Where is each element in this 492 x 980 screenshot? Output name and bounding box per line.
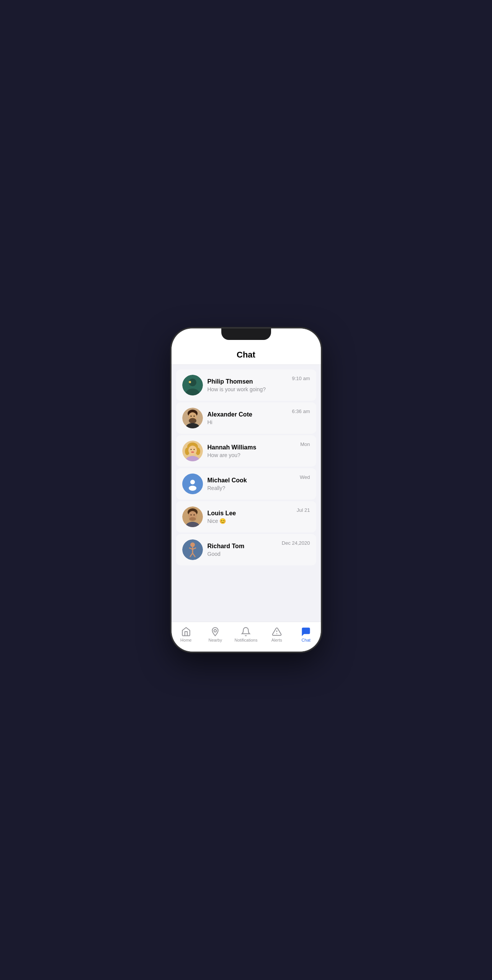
- nav-label-notifications: Notifications: [235, 638, 258, 642]
- chat-content-michael: Michael Cook Really?: [208, 477, 296, 491]
- phone-screen: Chat Philip Thomsen How is your work goi…: [172, 328, 321, 652]
- svg-point-26: [189, 517, 196, 521]
- svg-point-28: [193, 514, 195, 516]
- chat-preview-philip: How is your work going?: [208, 386, 288, 392]
- chat-name-alexander: Alexander Cote: [208, 411, 288, 418]
- chat-content-alexander: Alexander Cote Hi: [208, 411, 288, 425]
- chat-content-richard: Richard Tom Good: [208, 543, 277, 557]
- chat-time-philip: 9:10 am: [292, 376, 310, 381]
- bottom-nav: Home Nearby Notificati: [172, 622, 321, 652]
- location-icon: [210, 627, 220, 637]
- chat-name-hannah: Hannah Williams: [208, 444, 296, 451]
- nav-item-nearby[interactable]: Nearby: [201, 625, 230, 644]
- avatar-richard: [182, 539, 203, 560]
- chat-list: Philip Thomsen How is your work going? 9…: [172, 365, 321, 622]
- chat-item-richard[interactable]: Richard Tom Good Dec 24,2020: [176, 534, 316, 565]
- avatar-philip: [182, 375, 203, 395]
- chat-icon: [301, 627, 311, 637]
- chat-time-richard: Dec 24,2020: [282, 540, 310, 546]
- app-header: Chat: [172, 345, 321, 365]
- chat-item-louis[interactable]: Louis Lee Nice 😊 Jul 21: [176, 501, 316, 532]
- chat-name-richard: Richard Tom: [208, 543, 277, 550]
- svg-point-8: [190, 416, 191, 417]
- avatar-hannah: [182, 441, 203, 461]
- chat-content-philip: Philip Thomsen How is your work going?: [208, 378, 288, 392]
- chat-preview-louis: Nice 😊: [208, 518, 292, 524]
- chat-time-hannah: Mon: [300, 441, 310, 447]
- chat-name-philip: Philip Thomsen: [208, 378, 288, 385]
- phone-frame: Chat Philip Thomsen How is your work goi…: [172, 328, 321, 652]
- avatar-louis: [182, 506, 203, 527]
- chat-time-louis: Jul 21: [297, 507, 310, 513]
- svg-point-15: [188, 446, 197, 455]
- chat-name-louis: Louis Lee: [208, 510, 292, 517]
- svg-point-17: [193, 449, 195, 450]
- svg-point-7: [189, 418, 196, 423]
- notch: [221, 328, 271, 340]
- chat-content-louis: Louis Lee Nice 😊: [208, 510, 292, 524]
- avatar-michael: [182, 474, 203, 494]
- bell-icon: [241, 627, 251, 637]
- chat-item-philip[interactable]: Philip Thomsen How is your work going? 9…: [176, 369, 316, 401]
- alert-triangle-icon: [272, 627, 282, 637]
- chat-item-hannah[interactable]: Hannah Williams How are you? Mon: [176, 435, 316, 467]
- chat-name-michael: Michael Cook: [208, 477, 296, 484]
- svg-point-9: [193, 416, 195, 417]
- svg-point-3: [189, 381, 191, 383]
- chat-item-michael[interactable]: Michael Cook Really? Wed: [176, 468, 316, 500]
- nav-item-home[interactable]: Home: [172, 625, 201, 644]
- svg-point-18: [191, 451, 194, 453]
- nav-item-alerts[interactable]: Alerts: [262, 625, 291, 644]
- page-title: Chat: [179, 350, 313, 360]
- svg-point-31: [190, 542, 195, 547]
- nav-label-home: Home: [180, 638, 191, 642]
- chat-time-michael: Wed: [300, 474, 310, 480]
- svg-point-37: [214, 630, 217, 632]
- chat-preview-michael: Really?: [208, 485, 296, 491]
- nav-item-notifications[interactable]: Notifications: [230, 625, 262, 644]
- chat-preview-richard: Good: [208, 551, 277, 557]
- chat-content-hannah: Hannah Williams How are you?: [208, 444, 296, 458]
- svg-point-27: [190, 514, 191, 516]
- chat-preview-hannah: How are you?: [208, 452, 296, 458]
- avatar-alexander: [182, 408, 203, 428]
- svg-point-22: [189, 486, 196, 491]
- nav-label-alerts: Alerts: [271, 638, 282, 642]
- chat-preview-alexander: Hi: [208, 419, 288, 425]
- svg-point-16: [190, 449, 191, 450]
- nav-item-chat[interactable]: Chat: [291, 625, 321, 644]
- nav-label-nearby: Nearby: [209, 638, 222, 642]
- nav-label-chat: Chat: [302, 638, 311, 642]
- chat-time-alexander: 6:36 am: [292, 408, 310, 414]
- svg-point-21: [190, 480, 195, 484]
- chat-item-alexander[interactable]: Alexander Cote Hi 6:36 am: [176, 402, 316, 434]
- home-icon: [181, 627, 191, 637]
